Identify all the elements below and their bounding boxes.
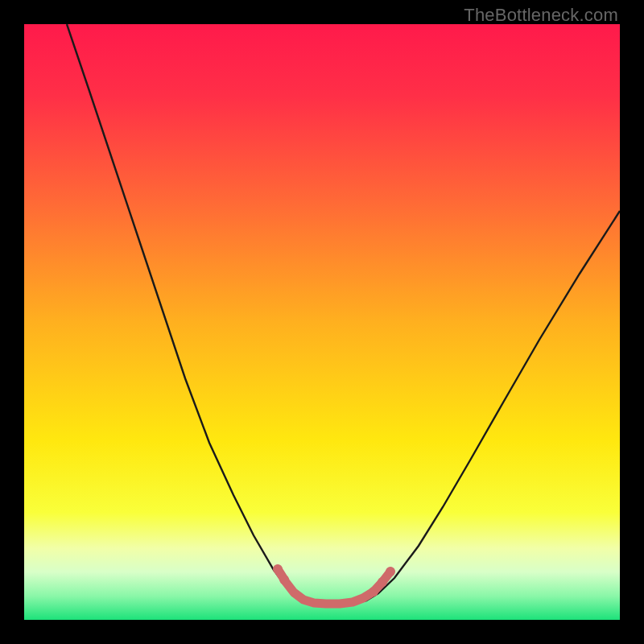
chart-plot bbox=[24, 24, 620, 620]
highlight-dot bbox=[386, 567, 395, 576]
highlight-dot bbox=[369, 587, 378, 597]
highlight-dot bbox=[378, 577, 387, 587]
highlight-dot bbox=[273, 564, 283, 574]
chart-frame bbox=[24, 24, 620, 620]
highlight-dot bbox=[279, 575, 289, 584]
watermark-text: TheBottleneck.com bbox=[464, 5, 618, 26]
chart-background bbox=[24, 24, 620, 620]
